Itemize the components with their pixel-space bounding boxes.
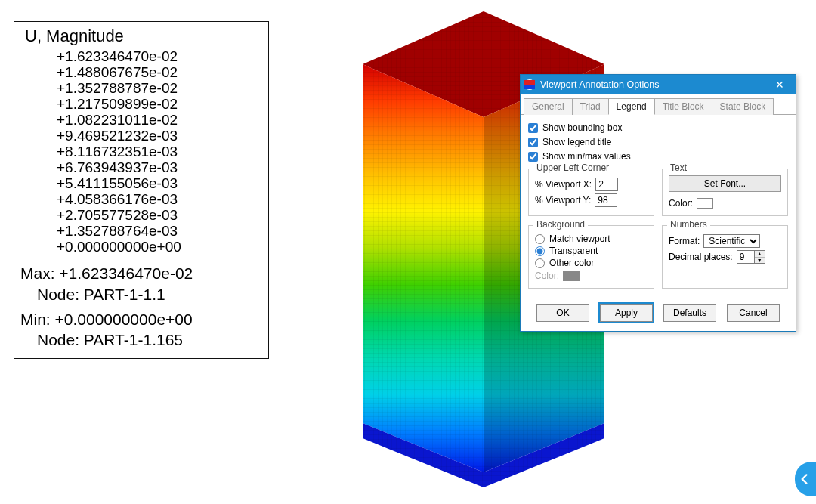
bg-transparent-radio[interactable] (535, 246, 545, 256)
bg-match-viewport-label: Match viewport (549, 233, 610, 244)
ok-button[interactable]: OK (536, 304, 589, 322)
decimal-places-label: Decimal places: (669, 252, 733, 262)
side-badge-icon[interactable] (795, 462, 816, 496)
bg-other-color-radio[interactable] (535, 258, 545, 268)
decimal-places-stepper[interactable]: ▲▼ (755, 250, 765, 264)
bg-color-label: Color: (535, 271, 559, 281)
bg-other-color-label: Other color (549, 258, 594, 268)
show-minmax-checkbox[interactable] (528, 152, 538, 162)
legend-tick: +0.000000000e+00 (57, 240, 181, 255)
show-legend-title-checkbox[interactable] (528, 138, 538, 147)
legend-title: U, Magnitude (25, 26, 262, 46)
legend-tick: +1.623346470e-02 (57, 49, 181, 64)
viewport-y-input[interactable] (595, 193, 617, 207)
legend-tick: +1.082231011e-02 (57, 113, 181, 128)
numbers-group: Numbers Format: Scientific Decimal place… (662, 225, 788, 289)
viewport-x-label: % Viewport X: (535, 179, 592, 190)
legend-tick: +1.217509899e-02 (57, 97, 181, 112)
upper-left-corner-title: Upper Left Corner (533, 162, 612, 173)
legend-tick: +5.411155056e-03 (57, 176, 181, 191)
legend-tick-values: +1.623346470e-02+1.488067675e-02+1.35278… (57, 49, 181, 255)
legend-tick: +2.705577528e-03 (57, 208, 181, 223)
tab-general[interactable]: General (524, 98, 573, 115)
numbers-format-label: Format: (669, 236, 700, 246)
bg-match-viewport-radio[interactable] (535, 234, 545, 244)
legend-tick: +1.488067675e-02 (57, 65, 181, 80)
dialog-title: Viewport Annotation Options (540, 79, 768, 90)
tab-title-block[interactable]: Title Block (654, 98, 712, 115)
svg-rect-10 (524, 85, 535, 89)
viewport-y-label: % Viewport Y: (535, 195, 591, 206)
legend-colorbar (34, 57, 49, 66)
text-group: Text Set Font... Color: (662, 169, 788, 216)
legend-min-value: Min: +0.000000000e+00 (20, 309, 262, 329)
show-bounding-box-checkbox[interactable] (528, 123, 538, 133)
upper-left-corner-group: Upper Left Corner % Viewport X: % Viewpo… (528, 169, 654, 216)
legend-tick: +1.352788764e-03 (57, 224, 181, 239)
viewport-annotation-options-dialog: Viewport Annotation Options ✕ GeneralTri… (520, 74, 796, 332)
show-bounding-box-label: Show bounding box (542, 122, 622, 133)
show-legend-title-label: Show legend title (542, 137, 611, 147)
background-group: Background Match viewport Transparent Ot… (528, 225, 654, 289)
text-color-swatch[interactable] (697, 198, 713, 209)
text-group-title: Text (667, 162, 690, 173)
apply-button[interactable]: Apply (600, 304, 653, 322)
dialog-tabs: GeneralTriadLegendTitle BlockState Block (521, 94, 796, 115)
tab-state-block[interactable]: State Block (712, 98, 774, 115)
close-icon[interactable]: ✕ (768, 77, 791, 92)
svg-marker-3 (363, 64, 484, 472)
bg-color-swatch (563, 271, 580, 281)
text-color-label: Color: (669, 198, 693, 209)
cancel-button[interactable]: Cancel (727, 304, 780, 322)
legend-tick: +4.058366176e-03 (57, 192, 181, 207)
show-minmax-label: Show min/max values (542, 151, 631, 162)
legend-tick: +1.352788787e-02 (57, 81, 181, 96)
bg-transparent-label: Transparent (549, 246, 598, 256)
legend-tick: +6.763943937e-03 (57, 160, 181, 175)
numbers-group-title: Numbers (667, 219, 710, 230)
tab-legend[interactable]: Legend (608, 98, 655, 115)
app-icon (524, 79, 536, 91)
legend-tick: +9.469521232e-03 (57, 128, 181, 144)
viewport-x-input[interactable] (595, 178, 618, 191)
svg-rect-9 (524, 80, 535, 84)
set-font-button[interactable]: Set Font... (669, 175, 781, 192)
legend-min-node: Node: PART-1-1.165 (20, 329, 262, 350)
defaults-button[interactable]: Defaults (663, 304, 716, 322)
legend-box: U, Magnitude +1.623346470e-02+1.48806767… (14, 21, 269, 359)
background-group-title: Background (533, 219, 588, 230)
legend-max-node: Node: PART-1-1.1 (20, 284, 262, 305)
decimal-places-input[interactable] (737, 250, 755, 264)
dialog-titlebar[interactable]: Viewport Annotation Options ✕ (521, 75, 796, 94)
numbers-format-select[interactable]: Scientific (703, 234, 760, 248)
tab-triad[interactable]: Triad (572, 98, 609, 115)
legend-tick: +8.116732351e-03 (57, 144, 181, 159)
legend-max-value: Max: +1.623346470e-02 (20, 263, 262, 283)
